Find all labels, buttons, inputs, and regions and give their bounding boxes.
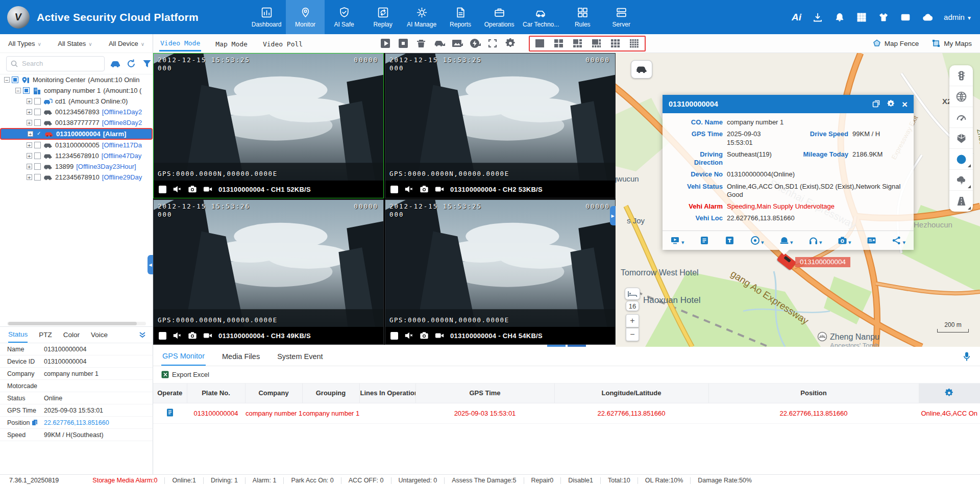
checkbox[interactable] xyxy=(34,109,41,115)
tree-item-device[interactable]: 13899[Offline3Day23Hour] xyxy=(0,161,153,172)
cell-checkbox[interactable] xyxy=(390,186,398,193)
filter-funnel-icon[interactable] xyxy=(142,59,152,69)
cell-checkbox[interactable] xyxy=(159,186,166,193)
layout-9-button[interactable] xyxy=(609,38,622,49)
expand-icon[interactable] xyxy=(27,98,32,104)
layout-4-button[interactable] xyxy=(553,38,565,49)
tab-video-poll[interactable]: Video Poll xyxy=(262,36,304,51)
popup-close-icon[interactable]: × xyxy=(902,99,908,109)
video-cell-ch4[interactable]: 2012-12-15 15:53:25 000 00000 GPS:0000.0… xyxy=(385,199,616,345)
nav-item-ai-safe[interactable]: AI Safe xyxy=(325,0,363,34)
filter-all-types[interactable]: All Types xyxy=(8,40,41,47)
expand-icon[interactable] xyxy=(27,174,32,180)
export-excel-button[interactable]: Export Excel xyxy=(161,371,209,378)
compass-button[interactable] xyxy=(949,149,973,170)
layout-16-button[interactable] xyxy=(628,38,641,49)
vehicle-focus-button[interactable] xyxy=(631,60,652,79)
checkbox[interactable] xyxy=(34,98,41,105)
snapshot-icon[interactable] xyxy=(420,331,429,340)
vehicle-marker-label[interactable]: 013100000004 xyxy=(795,257,850,267)
mute-icon[interactable] xyxy=(404,331,413,340)
collapse-sidebar-handle[interactable] xyxy=(148,255,153,274)
checkbox[interactable] xyxy=(23,87,30,94)
listen-in-button[interactable] xyxy=(808,236,822,245)
tree-item-monitoring-center[interactable]: Monitoring Center(Amount:10 Onlin xyxy=(0,74,153,85)
column-settings-button[interactable] xyxy=(919,383,980,403)
cell-checkbox[interactable] xyxy=(390,332,398,340)
layout-1-button[interactable] xyxy=(534,38,546,49)
collapse-icon[interactable] xyxy=(15,88,21,93)
stop-all-button[interactable] xyxy=(398,38,408,48)
expand-icon[interactable] xyxy=(28,131,33,137)
search-input[interactable] xyxy=(6,56,105,71)
my-maps-button[interactable]: My Maps xyxy=(932,39,972,47)
map-type-button[interactable] xyxy=(949,86,973,107)
tab-map-mode[interactable]: Map Mode xyxy=(214,36,249,51)
record-icon[interactable] xyxy=(435,185,444,194)
expand-icon[interactable] xyxy=(27,120,32,125)
tab-video-mode[interactable]: Video Mode xyxy=(159,35,201,52)
filter-all-device[interactable]: All Device xyxy=(109,40,144,47)
snapshot-icon[interactable] xyxy=(420,185,429,194)
dashboard-gauge-button[interactable] xyxy=(949,107,973,128)
camera-snapshot-button[interactable] xyxy=(838,236,851,245)
checkbox[interactable] xyxy=(34,142,41,148)
snapshot-icon[interactable] xyxy=(188,331,197,340)
nav-item-ai-manage[interactable]: AI Manage xyxy=(402,0,441,34)
log-list-button[interactable] xyxy=(700,236,709,245)
nav-item-replay[interactable]: Replay xyxy=(363,0,402,34)
collapse-icon[interactable] xyxy=(4,77,10,83)
auto-quality-button[interactable] xyxy=(470,38,480,48)
alarm-bell-icon[interactable] xyxy=(834,12,845,23)
expand-icon[interactable] xyxy=(27,142,32,148)
nav-item-reports[interactable]: Reports xyxy=(441,0,480,34)
nav-item-car-techno[interactable]: Car Techno... xyxy=(519,0,563,34)
nav-item-monitor[interactable]: Monitor xyxy=(286,0,325,34)
traffic-layer-button[interactable] xyxy=(949,65,973,86)
tree-item-device[interactable]: 001387777777[Offline8Day2 xyxy=(0,117,153,128)
popup-settings-gear-icon[interactable] xyxy=(887,100,895,109)
tree-item-device[interactable]: 112345678910[Offline47Day xyxy=(0,150,153,161)
cell-checkbox[interactable] xyxy=(159,332,166,340)
position-link[interactable]: 22.627766,113.851660 xyxy=(44,419,109,426)
tab-system-event[interactable]: System Event xyxy=(276,348,324,365)
record-icon[interactable] xyxy=(203,185,212,194)
record-icon[interactable] xyxy=(435,331,444,340)
zoom-out-button[interactable] xyxy=(626,328,639,341)
tree-item-device[interactable]: 013100000005[Offline117Da xyxy=(0,140,153,150)
copy-icon[interactable] xyxy=(32,419,38,426)
fullscreen-button[interactable] xyxy=(487,38,498,48)
monitor-doc-icon[interactable] xyxy=(166,408,174,417)
live-video-button[interactable] xyxy=(671,236,684,245)
video-cell-ch2[interactable]: 2012-12-15 15:53:25 000 00000 GPS:0000.0… xyxy=(385,53,616,198)
mail-icon[interactable] xyxy=(900,12,911,23)
tab-status[interactable]: Status xyxy=(8,327,28,343)
tab-voice[interactable]: Voice xyxy=(91,327,108,342)
device-control-button[interactable] xyxy=(779,236,793,245)
tab-color[interactable]: Color xyxy=(63,327,80,342)
share-button[interactable] xyxy=(892,236,905,245)
tree-item-cd1[interactable]: cd1(Amount:3 Online:0) xyxy=(0,96,153,107)
popout-window-icon[interactable] xyxy=(872,100,880,109)
tree-item-device[interactable]: 212345678910[Offline29Day xyxy=(0,172,153,183)
chevron-double-down-icon[interactable] xyxy=(138,331,146,339)
apps-grid-icon[interactable] xyxy=(856,12,867,23)
checkbox[interactable] xyxy=(34,163,41,170)
nav-item-server[interactable]: Server xyxy=(602,0,641,34)
tree-item-company[interactable]: company number 1(Amount:10 ( xyxy=(0,85,153,96)
vehicle-search-icon[interactable] xyxy=(110,59,120,69)
video-cell-ch1[interactable]: 2012-12-15 15:53:25 000 00000 GPS:0000.0… xyxy=(153,53,384,198)
snapshot-icon[interactable] xyxy=(188,185,197,194)
refresh-icon[interactable] xyxy=(126,59,136,69)
vehicle-video-button[interactable] xyxy=(434,38,444,48)
tts-button[interactable] xyxy=(725,236,734,245)
vehicle-card-button[interactable] xyxy=(867,236,876,245)
checkbox-checked[interactable] xyxy=(35,131,42,137)
checkbox[interactable] xyxy=(34,174,41,181)
tree-item-device[interactable]: 001234567893[Offline1Day2 xyxy=(0,107,153,117)
nav-item-operations[interactable]: Operations xyxy=(480,0,519,34)
voice-broadcast-icon[interactable] xyxy=(962,351,972,362)
layout-8-button[interactable] xyxy=(591,38,603,49)
scrollbar-thumb[interactable] xyxy=(8,322,137,325)
zoom-in-button[interactable] xyxy=(626,314,639,327)
